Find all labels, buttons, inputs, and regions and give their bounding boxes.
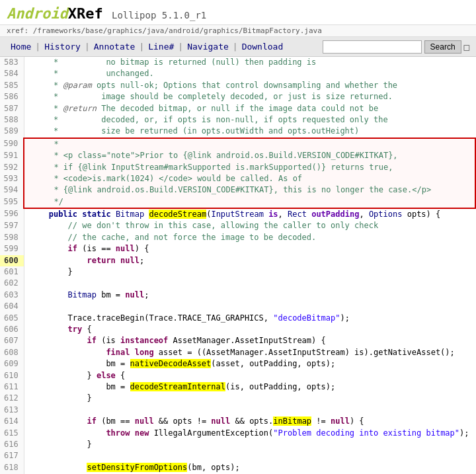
code-table: 583 * no bitmap is returned (null) then … xyxy=(0,57,476,474)
table-row: 588 * decoded, or, if opts is non-null, … xyxy=(0,114,475,126)
table-row: 590 * xyxy=(0,138,475,150)
line-content: * size be returned (in opts.outWidth and… xyxy=(24,126,475,138)
line-number: 604 xyxy=(0,301,24,312)
table-row: 612 } xyxy=(0,393,475,404)
table-row: 609 bm = nativeDecodeAsset(asset, outPad… xyxy=(0,358,475,370)
line-number: 587 xyxy=(0,103,24,114)
line-content: * decoded, or, if opts is non-null, if o… xyxy=(24,114,475,126)
line-number: 606 xyxy=(0,324,24,335)
table-row: 599 if (is == null) { xyxy=(0,243,475,255)
nav-line[interactable]: Line# xyxy=(144,40,178,54)
search-area: Search □ xyxy=(323,40,469,54)
table-row: 584 * unchanged. xyxy=(0,68,475,79)
code-area: 583 * no bitmap is returned (null) then … xyxy=(0,57,476,474)
line-content: * {@link android.os.Build.VERSION_CODE#K… xyxy=(24,184,475,196)
table-row: 587 * @return The decoded bitmap, or nul… xyxy=(0,103,475,114)
line-number: 617 xyxy=(0,450,24,461)
line-number: 595 xyxy=(0,196,24,208)
table-row: 596 public static Bitmap decodeStream(In… xyxy=(0,208,475,220)
line-content: * image should be completely decoded, or… xyxy=(24,91,475,102)
line-number: 601 xyxy=(0,266,24,278)
line-number: 603 xyxy=(0,290,24,301)
search-button[interactable]: Search xyxy=(424,40,461,54)
table-row: 593 * <code>is.mark(1024) </code> would … xyxy=(0,173,475,184)
table-row: 606 try { xyxy=(0,324,475,335)
line-content: * @return The decoded bitmap, or null if… xyxy=(24,103,475,114)
line-content: */ xyxy=(24,196,475,208)
line-content: * <code>is.mark(1024) </code> would be c… xyxy=(24,173,475,184)
table-row: 583 * no bitmap is returned (null) then … xyxy=(0,57,475,68)
line-content: // we don't throw in this case, allowing… xyxy=(24,220,475,231)
line-content: } xyxy=(24,393,475,404)
line-number: 593 xyxy=(0,173,24,184)
line-content: * no bitmap is returned (null) then padd… xyxy=(24,57,475,68)
table-row: 591 * <p class="note">Prior to {@link an… xyxy=(0,150,475,161)
line-content xyxy=(24,450,475,461)
line-content: } xyxy=(24,266,475,278)
line-content: * @param opts null-ok; Options that cont… xyxy=(24,80,475,91)
table-row: 594 * {@link android.os.Build.VERSION_CO… xyxy=(0,184,475,196)
line-content: return null; xyxy=(24,255,475,266)
nav-annotate[interactable]: Annotate xyxy=(90,40,139,54)
line-content: bm = nativeDecodeAsset(asset, outPadding… xyxy=(24,358,475,370)
table-row: 595 */ xyxy=(0,196,475,208)
line-content: Trace.traceBegin(Trace.TRACE_TAG_GRAPHIC… xyxy=(24,313,475,324)
line-number: 598 xyxy=(0,232,24,243)
line-content: bm = decodeStreamInternal(is, outPadding… xyxy=(24,381,475,393)
table-row: 615 throw new IllegalArgumentException("… xyxy=(0,428,475,439)
line-content: Bitmap bm = null; xyxy=(24,290,475,301)
line-content: setDensityFromOptions(bm, opts); xyxy=(24,462,475,473)
line-number: 605 xyxy=(0,313,24,324)
table-row: 592 * if {@link InputStream#markSupporte… xyxy=(0,162,475,173)
table-row: 614 if (bm == null && opts != null && op… xyxy=(0,416,475,427)
line-content: try { xyxy=(24,324,475,335)
header: AndroidXRef Lollipop 5.1.0_r1 xyxy=(0,0,476,24)
line-number: 592 xyxy=(0,162,24,173)
table-row: 611 bm = decodeStreamInternal(is, outPad… xyxy=(0,381,475,393)
table-row: 603 Bitmap bm = null; xyxy=(0,290,475,301)
line-content xyxy=(24,405,475,416)
line-content: * if {@link InputStream#markSupported is… xyxy=(24,162,475,173)
line-number: 600 xyxy=(0,255,24,266)
line-number: 599 xyxy=(0,243,24,255)
nav-download[interactable]: Download xyxy=(238,40,288,54)
line-number: 596 xyxy=(0,208,24,220)
android-text: Android xyxy=(7,5,68,22)
line-number: 616 xyxy=(0,439,24,450)
extra-icon: □ xyxy=(464,42,469,52)
line-content: } xyxy=(24,439,475,450)
line-number: 608 xyxy=(0,347,24,358)
table-row: 618 setDensityFromOptions(bm, opts); xyxy=(0,462,475,473)
line-number: 591 xyxy=(0,150,24,161)
table-row: 605 Trace.traceBegin(Trace.TRACE_TAG_GRA… xyxy=(0,313,475,324)
line-number: 610 xyxy=(0,370,24,381)
table-row: 608 final long asset = ((AssetManager.As… xyxy=(0,347,475,358)
nav-navigate[interactable]: Navigate xyxy=(183,40,233,54)
table-row: 600 return null; xyxy=(0,255,475,266)
table-row: 601 } xyxy=(0,266,475,278)
table-row: 607 if (is instanceof AssetManager.Asset… xyxy=(0,335,475,346)
line-number: 611 xyxy=(0,381,24,393)
navbar: Home | History | Annotate | Line# | Navi… xyxy=(0,37,476,57)
line-content xyxy=(24,278,475,289)
line-content: * <p class="note">Prior to {@link androi… xyxy=(24,150,475,161)
line-number: 607 xyxy=(0,335,24,346)
line-number: 586 xyxy=(0,91,24,102)
line-number: 609 xyxy=(0,358,24,370)
line-content: if (is == null) { xyxy=(24,243,475,255)
table-row: 604 xyxy=(0,301,475,312)
line-number: 597 xyxy=(0,220,24,231)
table-row: 597 // we don't throw in this case, allo… xyxy=(0,220,475,231)
table-row: 589 * size be returned (in opts.outWidth… xyxy=(0,126,475,138)
line-number: 585 xyxy=(0,80,24,91)
line-content: final long asset = ((AssetManager.AssetI… xyxy=(24,347,475,358)
table-row: 585 * @param opts null-ok; Options that … xyxy=(0,80,475,91)
table-row: 617 xyxy=(0,450,475,461)
search-input[interactable] xyxy=(323,40,422,54)
nav-history[interactable]: History xyxy=(40,40,85,54)
table-row: 586 * image should be completely decoded… xyxy=(0,91,475,102)
line-number: 589 xyxy=(0,126,24,138)
nav-home[interactable]: Home xyxy=(7,40,35,54)
line-number: 613 xyxy=(0,405,24,416)
table-row: 613 xyxy=(0,405,475,416)
